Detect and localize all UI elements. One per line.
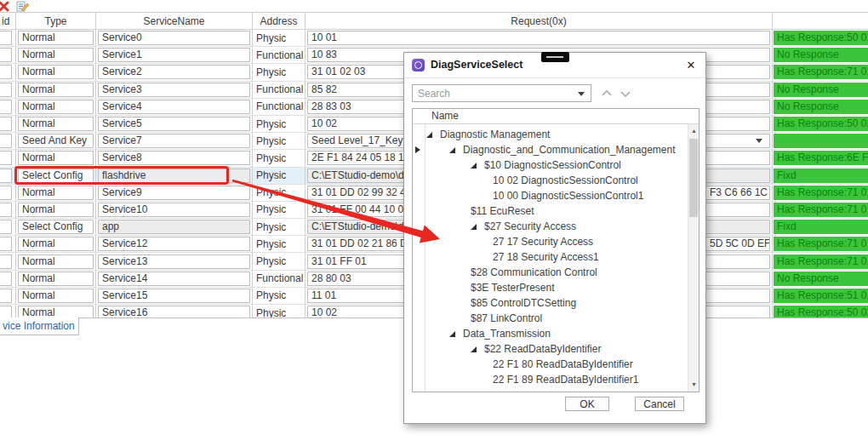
expander-icon[interactable] xyxy=(426,132,440,138)
tree-item[interactable]: $22 ReadDataByIdentifier xyxy=(425,341,688,357)
id-box[interactable] xyxy=(0,237,12,251)
servicename-cell: Service3 xyxy=(96,82,253,98)
tree-item[interactable]: 10 00 DiagnosticSessionControl1 xyxy=(425,188,688,203)
servicename-box[interactable]: app xyxy=(98,220,250,234)
expander-icon[interactable] xyxy=(471,224,484,230)
tree-item[interactable]: Data_Transmission xyxy=(425,326,688,341)
type-box[interactable]: Select Config xyxy=(18,220,94,234)
chevron-down-icon[interactable] xyxy=(756,139,762,143)
type-cell: Normal xyxy=(16,30,96,46)
id-box[interactable] xyxy=(0,220,12,234)
type-box[interactable]: Normal xyxy=(18,83,94,97)
id-box[interactable] xyxy=(0,134,12,148)
type-box[interactable]: Normal xyxy=(18,306,94,318)
type-box[interactable]: Normal xyxy=(18,254,94,269)
tree-item[interactable]: 10 02 DiagnosticSessionControl xyxy=(425,173,688,188)
scrollbar-thumb[interactable] xyxy=(689,139,698,217)
response-status: No Response xyxy=(774,48,868,62)
chevron-down-icon[interactable] xyxy=(578,92,585,96)
servicename-box[interactable]: Service8 xyxy=(98,151,250,165)
type-box[interactable]: Normal xyxy=(18,65,94,79)
tree-item[interactable]: 27 17 Security Access xyxy=(425,234,688,249)
cancel-button[interactable]: Cancel xyxy=(635,397,684,411)
table-row[interactable]: NormalService0Physic10 01Has Response:50… xyxy=(0,30,868,47)
expander-icon[interactable] xyxy=(471,163,484,169)
type-box[interactable]: Normal xyxy=(18,48,94,62)
address-cell: Physic xyxy=(253,168,306,184)
servicename-box[interactable]: Service7 xyxy=(98,134,250,148)
type-box[interactable]: Normal xyxy=(18,203,94,217)
id-box[interactable] xyxy=(0,48,12,62)
id-box[interactable] xyxy=(0,117,12,131)
expander-icon[interactable] xyxy=(449,147,463,153)
id-box[interactable] xyxy=(0,83,12,97)
tree-item[interactable]: Diagnostic Management xyxy=(425,127,688,142)
find-previous-button[interactable] xyxy=(600,88,614,100)
id-box[interactable] xyxy=(0,100,12,114)
servicename-box[interactable]: Service0 xyxy=(98,31,250,45)
tree-column-header[interactable]: Name xyxy=(413,109,699,124)
tree-item[interactable]: $3E TesterPresent xyxy=(425,280,688,295)
id-box[interactable] xyxy=(0,289,12,303)
servicename-box[interactable]: Service12 xyxy=(98,237,250,251)
type-box[interactable]: Normal xyxy=(18,100,94,114)
servicename-box[interactable]: Service5 xyxy=(98,117,250,131)
drag-handle[interactable] xyxy=(541,52,569,62)
tree-item[interactable]: $28 Communication Control xyxy=(425,265,688,280)
type-box[interactable]: Seed And Key xyxy=(18,134,94,148)
type-box[interactable]: Normal xyxy=(18,117,94,131)
tree-item[interactable]: $27 Security Access xyxy=(425,219,688,234)
search-input[interactable] xyxy=(413,85,591,101)
type-cell: Normal xyxy=(16,99,96,115)
servicename-box[interactable]: Service2 xyxy=(98,65,250,79)
tree-item[interactable]: 22 F1 80 ReadDataByIdentifier xyxy=(425,357,688,372)
servicename-cell: Service14 xyxy=(96,271,253,287)
type-box[interactable]: Normal xyxy=(18,186,94,200)
diag-service-select-dialog: DiagServiceSelect ✕ Name Diagnostic Mana… xyxy=(403,52,706,424)
id-box[interactable] xyxy=(0,186,12,200)
type-box[interactable]: Normal xyxy=(18,151,94,165)
tree-scrollbar[interactable]: ▲ ▼ xyxy=(688,124,699,392)
id-cell xyxy=(0,253,16,269)
app-logo-icon xyxy=(412,59,425,71)
type-box[interactable]: Normal xyxy=(18,272,94,286)
expander-icon[interactable] xyxy=(471,346,484,352)
expander-icon[interactable] xyxy=(449,331,463,337)
search-combobox[interactable] xyxy=(412,84,591,102)
close-icon[interactable]: ✕ xyxy=(683,58,699,73)
request-box[interactable]: 10 01 xyxy=(307,31,770,45)
tree-item[interactable]: Diagnostic_and_Communication_Management xyxy=(425,142,688,157)
servicename-box[interactable]: Service14 xyxy=(98,272,250,286)
type-box[interactable]: Normal xyxy=(18,31,94,45)
scroll-down-icon[interactable]: ▼ xyxy=(688,378,700,392)
tree-item[interactable]: 27 18 Security Access1 xyxy=(425,249,688,265)
id-box[interactable] xyxy=(0,254,12,269)
servicename-box[interactable]: Service10 xyxy=(98,203,250,217)
servicename-box[interactable]: Service16 xyxy=(98,306,250,318)
servicename-box[interactable]: Service3 xyxy=(98,83,250,97)
id-box[interactable] xyxy=(0,65,12,79)
servicename-box[interactable]: Service1 xyxy=(98,48,250,62)
id-box[interactable] xyxy=(0,203,12,217)
servicename-box[interactable]: Service15 xyxy=(98,289,250,303)
tree-item[interactable]: $87 LinkControl xyxy=(425,311,688,326)
id-box[interactable] xyxy=(0,31,12,45)
dialog-titlebar[interactable]: DiagServiceSelect ✕ xyxy=(404,53,705,78)
tree-item[interactable]: $85 ControlDTCSetting xyxy=(425,295,688,311)
ok-button[interactable]: OK xyxy=(565,397,609,411)
id-box[interactable] xyxy=(0,169,12,183)
id-box[interactable] xyxy=(0,151,12,165)
tree-item[interactable]: 22 F1 89 ReadDataByIdentifier1 xyxy=(425,372,688,387)
type-box[interactable]: Normal xyxy=(18,289,94,303)
servicename-box[interactable]: Service9 xyxy=(98,186,250,200)
find-next-button[interactable] xyxy=(619,88,632,100)
scroll-up-icon[interactable]: ▲ xyxy=(688,124,700,138)
servicename-box[interactable]: Service13 xyxy=(98,254,250,269)
servicename-box[interactable]: Service4 xyxy=(98,100,250,114)
tree-item[interactable]: $11 EcuReset xyxy=(425,203,688,219)
id-box[interactable] xyxy=(0,306,12,318)
type-box[interactable]: Normal xyxy=(18,237,94,251)
id-box[interactable] xyxy=(0,272,12,286)
tree-item[interactable]: $10 DiagnosticSessionControl xyxy=(425,157,688,173)
tab-service-information[interactable]: vice Information xyxy=(0,317,79,335)
